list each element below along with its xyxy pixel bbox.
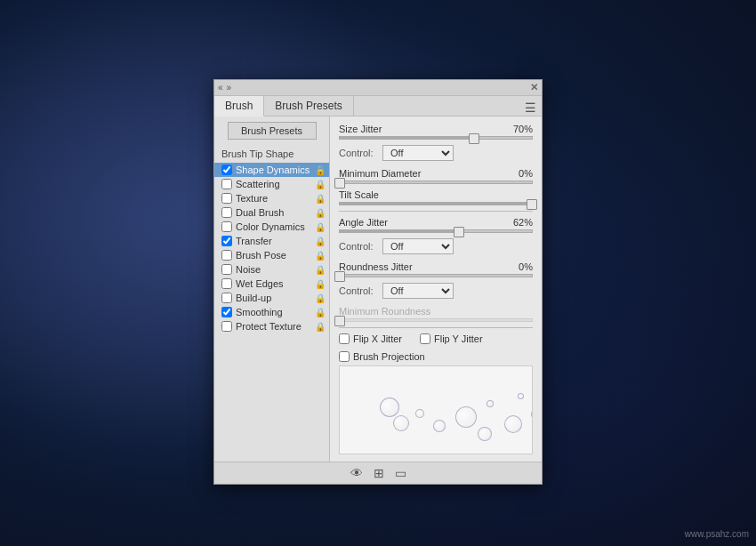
tab-brush[interactable]: Brush [214, 96, 264, 116]
min-roundness-slider[interactable] [339, 318, 533, 322]
checkbox-dual-brush[interactable] [221, 207, 232, 218]
panel-menu-icon[interactable]: ☰ [525, 100, 536, 115]
brush-preview [339, 365, 533, 454]
divider-2 [339, 327, 533, 328]
watermark: www.psahz.com [685, 529, 749, 539]
layout-icon[interactable]: ▭ [395, 466, 406, 480]
bubble-6 [504, 415, 522, 433]
brush-presets-button[interactable]: Brush Presets [228, 122, 317, 140]
checkbox-transfer[interactable] [221, 236, 232, 246]
close-button[interactable]: ✕ [530, 82, 538, 93]
checkbox-brush-pose[interactable] [221, 250, 232, 261]
size-jitter-slider[interactable] [339, 136, 533, 140]
sidebar-item-smoothing[interactable]: Smoothing 🔒 [214, 305, 329, 319]
angle-jitter-slider[interactable] [339, 229, 533, 233]
grid-icon[interactable]: ⊞ [374, 466, 384, 480]
sidebar: Brush Presets Brush Tip Shape Shape Dyna… [214, 116, 330, 462]
bubble-5 [487, 400, 494, 407]
checkbox-group: Flip X Jitter Flip Y Jitter [339, 333, 533, 348]
lock-icon-dual-brush: 🔒 [315, 208, 326, 218]
bubble-2 [415, 409, 424, 418]
sidebar-item-brush-pose[interactable]: Brush Pose 🔒 [214, 248, 329, 262]
bubble-12 [380, 397, 399, 417]
brush-panel: « » ✕ Brush Brush Presets ☰ Brush Preset… [213, 79, 543, 485]
size-jitter-label: Size Jitter [339, 124, 382, 134]
size-jitter-value: 70% [506, 124, 533, 134]
checkbox-flip-y[interactable] [420, 333, 430, 344]
bottom-bar: 👁 ⊞ ▭ [214, 462, 542, 484]
panel-header: « » ✕ [214, 80, 542, 96]
collapse-right-icon[interactable]: » [227, 83, 232, 92]
tilt-scale-row: Tilt Scale [339, 189, 533, 200]
tilt-scale-slider[interactable] [339, 202, 533, 205]
checkbox-protect-texture[interactable] [221, 321, 232, 332]
checkbox-color-dynamics[interactable] [221, 221, 232, 232]
tab-brush-presets[interactable]: Brush Presets [264, 96, 353, 116]
lock-icon-shape-dynamics: 🔒 [315, 165, 326, 175]
min-roundness-label: Minimum Roundness [339, 306, 430, 317]
eye-icon[interactable]: 👁 [350, 466, 363, 480]
flip-y-jitter-row: Flip Y Jitter [420, 333, 483, 348]
tab-bar: Brush Brush Presets ☰ [214, 96, 542, 116]
lock-icon-smoothing: 🔒 [315, 308, 326, 317]
checkbox-build-up[interactable] [221, 293, 232, 303]
sidebar-item-transfer[interactable]: Transfer 🔒 [214, 234, 329, 248]
control-row-1: Control: Off [339, 145, 533, 161]
collapse-controls: « » [218, 83, 231, 92]
panel-body: Brush Presets Brush Tip Shape Shape Dyna… [214, 116, 542, 462]
checkbox-smoothing[interactable] [221, 307, 232, 317]
control-select-3[interactable]: Off [382, 283, 454, 299]
control-label-1: Control: [339, 148, 379, 158]
control-row-2: Control: Off [339, 238, 533, 254]
bubble-7 [531, 409, 533, 420]
lock-icon-scattering: 🔒 [315, 180, 326, 189]
angle-jitter-row: Angle Jitter 62% [339, 217, 533, 228]
checkbox-brush-projection[interactable] [339, 351, 350, 362]
lock-icon-protect-texture: 🔒 [315, 322, 326, 332]
control-select-1[interactable]: Off [382, 145, 454, 161]
roundness-jitter-slider[interactable] [339, 274, 533, 277]
control-row-3: Control: Off [339, 283, 533, 299]
checkbox-flip-x[interactable] [339, 333, 350, 344]
checkbox-shape-dynamics[interactable] [221, 165, 232, 175]
sidebar-item-shape-dynamics[interactable]: Shape Dynamics 🔒 [214, 163, 329, 177]
flip-x-label: Flip X Jitter [339, 333, 402, 344]
checkbox-texture[interactable] [221, 193, 232, 204]
checkbox-noise[interactable] [221, 264, 232, 275]
min-diameter-label: Minimum Diameter [339, 168, 421, 179]
flip-x-jitter-row: Flip X Jitter [339, 333, 402, 348]
sidebar-item-color-dynamics[interactable]: Color Dynamics 🔒 [214, 220, 329, 234]
lock-icon-wet-edges: 🔒 [315, 279, 326, 289]
control-label-3: Control: [339, 285, 379, 296]
sidebar-item-wet-edges[interactable]: Wet Edges 🔒 [214, 277, 329, 291]
brush-tip-shape-header: Brush Tip Shape [214, 147, 329, 163]
tilt-scale-label: Tilt Scale [339, 189, 379, 200]
lock-icon-transfer: 🔒 [315, 237, 326, 246]
checkbox-scattering[interactable] [221, 179, 232, 189]
sidebar-item-scattering[interactable]: Scattering 🔒 [214, 177, 329, 191]
lock-icon-build-up: 🔒 [315, 293, 326, 303]
min-diameter-slider[interactable] [339, 181, 533, 184]
divider-1 [339, 211, 533, 212]
checkbox-wet-edges[interactable] [221, 278, 232, 289]
min-roundness-row: Minimum Roundness [339, 306, 533, 317]
collapse-left-icon[interactable]: « [218, 83, 223, 92]
bubble-11 [518, 393, 524, 399]
roundness-jitter-label: Roundness Jitter [339, 261, 413, 272]
lock-icon-brush-pose: 🔒 [315, 251, 326, 261]
sidebar-item-build-up[interactable]: Build-up 🔒 [214, 291, 329, 305]
bubble-4 [455, 406, 477, 428]
sidebar-item-protect-texture[interactable]: Protect Texture 🔒 [214, 319, 329, 333]
min-diameter-row: Minimum Diameter 0% [339, 168, 533, 179]
control-label-2: Control: [339, 241, 379, 252]
bubble-3 [433, 420, 446, 432]
bubble-10 [478, 427, 492, 441]
lock-icon-noise: 🔒 [315, 265, 326, 275]
sidebar-item-noise[interactable]: Noise 🔒 [214, 262, 329, 277]
sidebar-item-texture[interactable]: Texture 🔒 [214, 191, 329, 205]
brush-projection-row: Brush Projection [339, 351, 533, 362]
control-select-2[interactable]: Off [382, 238, 454, 254]
sidebar-item-dual-brush[interactable]: Dual Brush 🔒 [214, 205, 329, 220]
angle-jitter-label: Angle Jitter [339, 217, 388, 228]
roundness-jitter-row: Roundness Jitter 0% [339, 261, 533, 272]
